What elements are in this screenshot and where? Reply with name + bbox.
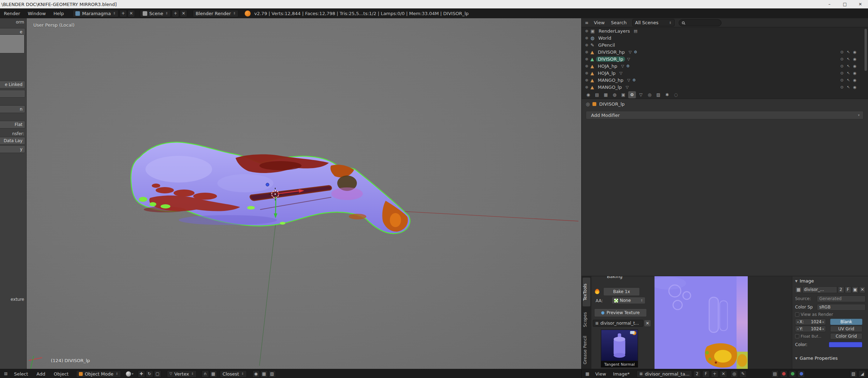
outliner-row-mango-lp[interactable]: ⊕ ▲ MANGO_lp ▽ ⊙↖◉ xyxy=(582,84,868,91)
snap-target-dropdown[interactable]: Closest ⇕ xyxy=(220,370,247,378)
mode-dropdown[interactable]: Object Mode ⇕ xyxy=(76,370,121,378)
edit-icon[interactable]: ✎ xyxy=(739,370,747,378)
eye-icon[interactable]: ⊙ xyxy=(840,64,843,68)
editor-type-icon[interactable]: ⊞ xyxy=(2,370,9,378)
outliner-item-label[interactable]: MANGO_lp xyxy=(596,85,624,90)
add-scene-button[interactable]: + xyxy=(172,10,179,17)
expand-icon[interactable]: ⊕ xyxy=(585,85,588,89)
select-arrow-icon[interactable]: ↖ xyxy=(847,57,850,61)
side-tab-textools[interactable]: TexTools xyxy=(583,278,590,306)
add-modifier-button[interactable]: Add Modifier ▾ xyxy=(586,111,863,119)
menu-help[interactable]: Help xyxy=(50,11,68,16)
render-engine-selector[interactable]: Blender Render ⇕ xyxy=(193,10,238,17)
pack-icon[interactable]: ▣ xyxy=(852,286,859,293)
preview-texture-button[interactable]: Preview Texture xyxy=(594,309,647,317)
image-menu-view[interactable]: View xyxy=(592,371,609,377)
menu-render[interactable]: Render xyxy=(0,11,24,16)
render-settings-icon[interactable]: ▨ xyxy=(269,370,276,378)
properties-tab-texture[interactable]: ▨ xyxy=(655,91,662,98)
image-name-field[interactable]: divisor_... xyxy=(802,286,837,293)
render-camera-icon[interactable]: ◉ xyxy=(853,71,856,75)
editor-type-icon[interactable]: ≡ xyxy=(583,19,590,26)
mesh-object[interactable] xyxy=(131,142,410,234)
fullscreen-grip-icon[interactable]: ◢ xyxy=(859,370,866,378)
close-layout-button[interactable]: ✕ xyxy=(128,10,135,17)
eye-icon[interactable]: ⊙ xyxy=(840,71,843,75)
new-image-button[interactable]: + xyxy=(711,370,718,378)
shelf-button-select-linked[interactable]: e Linked xyxy=(0,81,25,88)
toggle-panel-icon[interactable]: ▧ xyxy=(850,370,857,378)
editor-type-icon[interactable]: ▦ xyxy=(584,370,591,378)
step-right-icon[interactable]: ▸ xyxy=(822,327,824,331)
outliner-item-label[interactable]: GPencil xyxy=(596,42,617,48)
viewport-3d[interactable]: orm e e Linked n Flat nsfer: Data Lay y … xyxy=(0,18,581,369)
expand-icon[interactable]: ⊕ xyxy=(585,57,588,61)
select-arrow-icon[interactable]: ↖ xyxy=(847,71,850,75)
snap-magnet-icon[interactable]: ∩ xyxy=(202,370,209,378)
manipulator-rotate-icon[interactable]: ↻ xyxy=(146,370,153,378)
aa-dropdown[interactable]: None ⇕ xyxy=(612,297,645,304)
step-left-icon[interactable]: ◂ xyxy=(797,320,799,324)
render-camera-icon[interactable]: ◉ xyxy=(853,64,856,68)
outliner-row-hoja-hp[interactable]: ⊕ ▲ HOJA_hp ▽ ⚙ ⊙↖◉ xyxy=(582,62,868,69)
outliner-search-input[interactable] xyxy=(679,19,721,26)
expand-icon[interactable]: ⊕ xyxy=(585,50,588,54)
users-count-badge[interactable]: 2 xyxy=(693,370,701,378)
viewport-shading-icon[interactable] xyxy=(126,371,131,377)
outliner-row-mango-hp[interactable]: ⊕ ▲ MANGO_hp ▽ ⚙ ⊙↖◉ xyxy=(582,77,868,84)
fake-user-button[interactable]: F xyxy=(702,370,710,378)
expand-icon[interactable]: ⊕ xyxy=(585,43,588,47)
expand-icon[interactable]: ⊕ xyxy=(585,64,588,68)
select-arrow-icon[interactable]: ↖ xyxy=(847,78,850,82)
expand-icon[interactable]: ⊕ xyxy=(585,71,588,75)
render-animation-icon[interactable]: ▦ xyxy=(260,370,268,378)
eye-icon[interactable]: ⊙ xyxy=(840,50,843,54)
outliner-row-divisor-hp[interactable]: ⊕ ▲ DIVISOR_hp ▽ ⚙ ⊙↖◉ xyxy=(582,48,868,55)
viewport-menu-select[interactable]: Select xyxy=(10,371,32,377)
channels-rgb-icon[interactable] xyxy=(780,370,787,378)
unlink-image-button[interactable]: ✕ xyxy=(720,370,727,378)
outliner-row-gpencil[interactable]: ⊕ ✎ GPencil xyxy=(582,41,868,48)
screen-layout-selector[interactable]: Maramagma ⇕ xyxy=(73,10,118,17)
unlink-image-button[interactable]: ✕ xyxy=(859,286,866,293)
channels-alpha-icon[interactable] xyxy=(798,370,805,378)
properties-tab-object[interactable]: ▣ xyxy=(619,91,627,98)
snap-peel-icon[interactable]: ▦ xyxy=(210,370,217,378)
shelf-button-data-layout[interactable]: Data Lay xyxy=(0,137,25,145)
texture-preview-thumbnail[interactable] xyxy=(601,330,638,361)
browse-image-icon[interactable]: ▦ xyxy=(795,286,802,293)
outliner-row-world[interactable]: ⊕ ◍ World xyxy=(582,34,868,41)
viewport-menu-object[interactable]: Object xyxy=(50,371,72,377)
shelf-button[interactable]: n xyxy=(0,105,25,113)
step-left-icon[interactable]: ◂ xyxy=(797,327,799,331)
size-x-field[interactable]: ◂ X: 1024 ▸ xyxy=(795,319,826,325)
expand-icon[interactable]: ⊕ xyxy=(585,78,588,82)
eye-icon[interactable]: ⊙ xyxy=(840,78,843,82)
eye-icon[interactable]: ⊙ xyxy=(840,85,843,89)
properties-tab-modifiers[interactable]: ⚙ xyxy=(628,91,636,98)
viewport-menu-add[interactable]: Add xyxy=(33,371,49,377)
outliner-item-label[interactable]: DIVISOR_hp xyxy=(596,49,626,55)
colorspace-dropdown[interactable]: sRGB xyxy=(817,304,866,311)
manipulator-translate-icon[interactable]: ✚ xyxy=(138,370,145,378)
properties-tab-particles[interactable]: ✱ xyxy=(663,91,671,98)
clear-image-button[interactable]: ✕ xyxy=(644,320,651,327)
outliner-item-label[interactable]: DIVISOR_lp xyxy=(596,57,625,62)
view-as-render-checkbox[interactable] xyxy=(795,312,799,317)
display-mode-icon[interactable]: ▤ xyxy=(771,370,779,378)
render-opengl-icon[interactable]: ◉ xyxy=(252,370,260,378)
properties-tab-render-layers[interactable]: ▤ xyxy=(593,91,601,98)
outliner-row-divisor-lp[interactable]: ⊕ ▲ DIVISOR_lp ▽ ⊙↖◉ xyxy=(582,55,868,62)
render-camera-icon[interactable]: ◉ xyxy=(853,85,856,89)
render-camera-icon[interactable]: ◉ xyxy=(853,57,856,61)
shelf-button-flat[interactable]: Flat xyxy=(0,121,25,128)
outliner-item-label[interactable]: MANGO_hp xyxy=(596,78,625,83)
source-dropdown[interactable]: Generated xyxy=(817,296,866,302)
outliner-item-label[interactable]: RenderLayers xyxy=(597,28,632,34)
outliner-item-label[interactable]: World xyxy=(597,35,613,41)
generated-type-uv-grid-button[interactable]: UV Grid xyxy=(830,326,862,332)
pin-icon[interactable]: ◎ xyxy=(731,370,738,378)
properties-tab-render[interactable]: ◉ xyxy=(584,91,592,98)
select-arrow-icon[interactable]: ↖ xyxy=(847,50,850,54)
side-tab-grease-pencil[interactable]: Grease Pencil xyxy=(583,333,590,367)
